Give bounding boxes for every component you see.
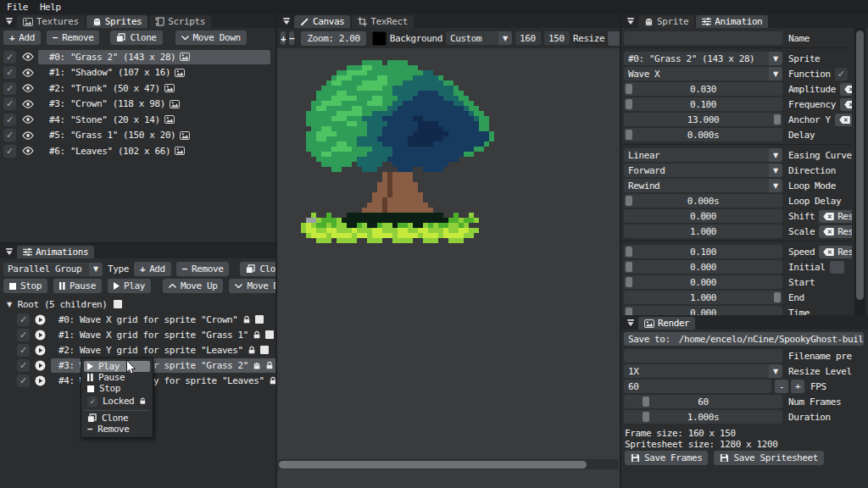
- resize-level-combo[interactable]: 1X▼: [624, 364, 782, 378]
- tab-sprites[interactable]: Sprites: [86, 15, 148, 28]
- background-color-swatch[interactable]: [372, 31, 387, 46]
- menu-help[interactable]: Help: [40, 2, 61, 13]
- tab-textures[interactable]: Textures: [17, 15, 85, 28]
- stop-button[interactable]: Stop: [3, 279, 47, 293]
- reset-speed-button[interactable]: Reset: [819, 246, 852, 258]
- scrollbar-thumb[interactable]: [856, 30, 864, 300]
- sprite-combo[interactable]: #0: "Grass 2" (143 x 28)▼: [624, 52, 782, 65]
- name-input[interactable]: [624, 31, 782, 45]
- collapse-icon[interactable]: [625, 317, 637, 329]
- move-down-sprite-button[interactable]: Move Down: [175, 30, 247, 45]
- vertical-scrollbar[interactable]: [854, 28, 865, 315]
- frequency-slider[interactable]: 0.100: [624, 97, 782, 111]
- collapse-icon[interactable]: [625, 15, 637, 27]
- add-sprite-button[interactable]: +Add: [3, 30, 41, 45]
- animation-checkbox[interactable]: [265, 330, 274, 339]
- background-type-combo[interactable]: Custom ▼: [446, 31, 512, 45]
- clone-animation-button[interactable]: Clone: [240, 262, 275, 276]
- eye-icon[interactable]: [22, 147, 34, 155]
- animation-row[interactable]: ✓ #0: Wave X grid for sprite "Crown": [0, 312, 275, 327]
- animation-enabled-checkbox[interactable]: ✓: [17, 329, 30, 341]
- tab-canvas[interactable]: Canvas: [294, 15, 350, 28]
- context-menu-locked[interactable]: ✓ Locked: [84, 394, 150, 408]
- animation-enabled-checkbox[interactable]: ✓: [17, 313, 30, 326]
- sprite-enabled-checkbox[interactable]: ✓: [3, 97, 16, 110]
- sprite-enabled-checkbox[interactable]: ✓: [3, 66, 16, 79]
- reset-amplitude-button[interactable]: Reset: [840, 83, 852, 96]
- tree-root-row[interactable]: ▼ Root (5 children): [0, 297, 275, 312]
- add-animation-button[interactable]: +Add: [134, 262, 171, 276]
- delay-slider[interactable]: 0.000s: [624, 128, 782, 141]
- eye-icon[interactable]: [22, 131, 34, 140]
- play-circle-icon[interactable]: [35, 314, 46, 325]
- animation-enabled-checkbox[interactable]: ✓: [17, 344, 30, 357]
- sprite-enabled-checkbox[interactable]: ✓: [3, 145, 16, 158]
- initial-extra-button[interactable]: [830, 261, 844, 274]
- remove-sprite-button[interactable]: −Remove: [47, 30, 100, 45]
- reset-anchor-y-button[interactable]: Reset: [835, 114, 852, 126]
- context-menu-remove[interactable]: − Remove: [84, 424, 150, 435]
- context-menu-play[interactable]: Play: [84, 361, 150, 372]
- context-menu-pause[interactable]: Pause: [84, 372, 150, 383]
- end-slider[interactable]: 1.000: [624, 291, 782, 304]
- sprite-list-row[interactable]: ✓ #1: "Shadow" (107 x 16): [3, 65, 275, 80]
- animation-enabled-checkbox[interactable]: ✓: [17, 359, 30, 372]
- scrollbar-thumb[interactable]: [279, 461, 587, 469]
- eye-icon[interactable]: [22, 115, 34, 124]
- easing-curve-combo[interactable]: Linear▼: [624, 148, 782, 162]
- locked-checkbox[interactable]: ✓: [87, 396, 97, 407]
- duration-slider[interactable]: 1.000s: [624, 410, 782, 424]
- animation-type-combo[interactable]: Parallel Group ▼: [3, 263, 103, 276]
- tab-animation[interactable]: Animation: [696, 15, 768, 28]
- zoom-in-button[interactable]: +: [281, 31, 286, 45]
- speed-slider[interactable]: 0.100: [624, 245, 782, 258]
- reset-frequency-button[interactable]: Reset: [840, 98, 852, 111]
- save-spritesheet-button[interactable]: Save Spritesheet: [714, 451, 824, 465]
- num-frames-slider[interactable]: 60: [624, 395, 782, 408]
- save-frames-button[interactable]: Save Frames: [625, 451, 708, 465]
- scale-drag[interactable]: 1.000: [624, 225, 782, 238]
- sprite-enabled-checkbox[interactable]: ✓: [3, 51, 16, 64]
- shift-drag[interactable]: 0.000: [624, 209, 782, 223]
- sprite-enabled-checkbox[interactable]: ✓: [3, 114, 16, 126]
- zoom-level-button[interactable]: Zoom: 2.00: [301, 31, 365, 46]
- tab-sprite[interactable]: Sprite: [638, 15, 694, 28]
- play-circle-icon[interactable]: [35, 360, 46, 371]
- play-circle-icon[interactable]: [35, 330, 46, 341]
- anchor-y-slider[interactable]: 13.000: [624, 113, 782, 126]
- canvas-width-input[interactable]: 160: [515, 31, 541, 45]
- tab-render[interactable]: Render: [638, 317, 695, 330]
- reset-scale-button[interactable]: Reset: [819, 225, 852, 238]
- loop-mode-combo[interactable]: Rewind▼: [624, 179, 782, 192]
- animation-row[interactable]: ✓ #2: Wave Y grid for sprite "Leaves": [0, 342, 275, 358]
- canvas-viewport[interactable]: [277, 48, 620, 488]
- sprite-list-row[interactable]: ✓ #0: "Grass 2" (143 x 28): [3, 49, 275, 64]
- menu-file[interactable]: File: [7, 2, 28, 13]
- sprite-list-row[interactable]: ✓ #4: "Stone" (20 x 14): [3, 112, 275, 127]
- sprite-list-row[interactable]: ✓ #6: "Leaves" (102 x 66): [3, 143, 275, 158]
- play-circle-icon[interactable]: [35, 375, 46, 386]
- collapse-icon[interactable]: [281, 15, 292, 27]
- sprite-list-row[interactable]: ✓ #3: "Crown" (118 x 98): [3, 97, 275, 112]
- eye-icon[interactable]: [22, 84, 34, 92]
- start-slider[interactable]: 0.000: [624, 275, 782, 289]
- save-to-button[interactable]: Save to: /home/encelo/nCine/SpookyGhost-…: [624, 332, 864, 346]
- sprite-list-row[interactable]: ✓ #2: "Trunk" (50 x 47): [3, 80, 275, 96]
- loop-delay-slider[interactable]: 0.000s: [624, 194, 782, 208]
- pause-button[interactable]: Pause: [53, 279, 102, 293]
- tab-texrect[interactable]: TexRect: [352, 15, 414, 28]
- move-down-button[interactable]: Move Down: [229, 279, 275, 293]
- reset-shift-button[interactable]: Reset: [819, 210, 852, 223]
- remove-animation-button[interactable]: −Remove: [176, 262, 230, 276]
- resize-apply-button[interactable]: [608, 31, 620, 46]
- zoom-out-button[interactable]: −: [289, 31, 294, 45]
- root-checkbox[interactable]: [114, 300, 122, 308]
- play-circle-icon[interactable]: [35, 345, 46, 356]
- direction-combo[interactable]: Forward▼: [624, 164, 782, 177]
- time-slider[interactable]: 0.000: [624, 306, 782, 315]
- fps-input[interactable]: 60: [624, 380, 771, 393]
- sprite-enabled-checkbox[interactable]: ✓: [3, 129, 16, 141]
- eye-icon[interactable]: [22, 100, 34, 108]
- sprite-list-row[interactable]: ✓ #5: "Grass 1" (150 x 20): [3, 128, 275, 143]
- fps-increase-button[interactable]: +: [791, 380, 804, 393]
